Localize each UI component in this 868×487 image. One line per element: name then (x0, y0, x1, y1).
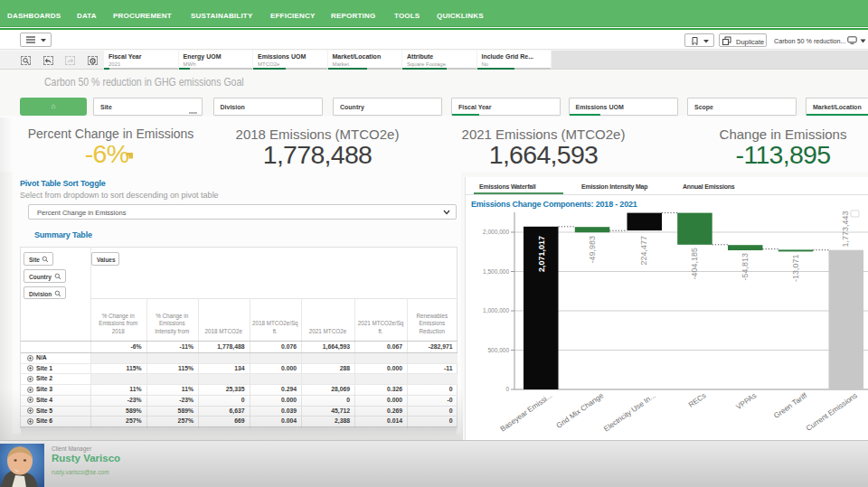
svg-text:Baseyear Emissi...: Baseyear Emissi... (499, 391, 554, 433)
svg-text:224,477: 224,477 (639, 236, 648, 266)
svg-text:RECs: RECs (687, 391, 708, 409)
svg-text:-54,813: -54,813 (741, 253, 750, 281)
svg-text:2,000,000: 2,000,000 (483, 229, 509, 235)
svg-text:1,000,000: 1,000,000 (483, 307, 509, 314)
svg-text:2,071,017: 2,071,017 (537, 236, 546, 272)
svg-text:Grid Mix Change: Grid Mix Change (555, 391, 606, 430)
svg-text:1,500,000: 1,500,000 (483, 268, 509, 275)
svg-text:500,000: 500,000 (488, 347, 510, 353)
svg-text:1,773,443: 1,773,443 (841, 211, 850, 247)
svg-text:VPPAs: VPPAs (734, 391, 758, 411)
svg-text:0: 0 (505, 386, 509, 392)
svg-text:-13,071: -13,071 (791, 255, 800, 283)
svg-text:-404,185: -404,185 (690, 248, 699, 280)
svg-text:Electricity Use In...: Electricity Use In... (602, 391, 657, 433)
svg-text:Green Tariff: Green Tariff (772, 391, 809, 420)
svg-text:-49,983: -49,983 (588, 236, 597, 264)
svg-text:Current Emissions: Current Emissions (805, 391, 859, 433)
